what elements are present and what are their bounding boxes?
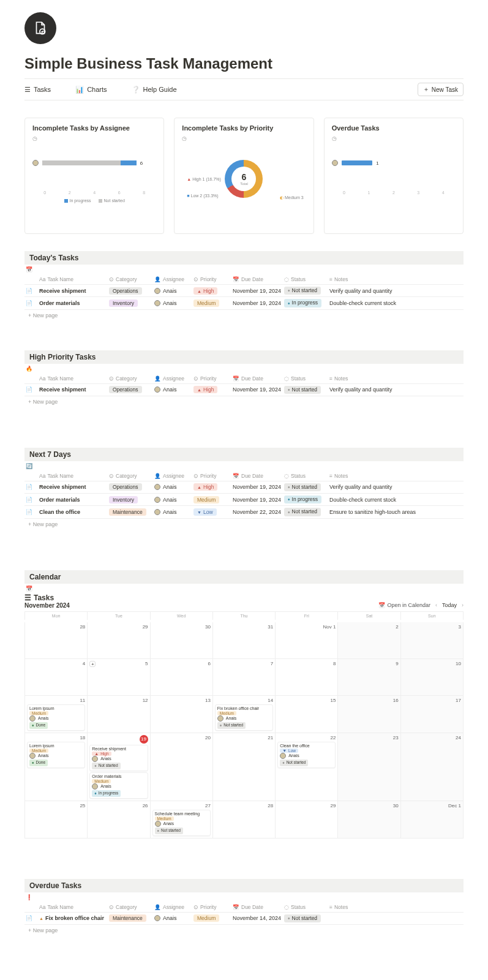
calendar-cell[interactable]: 30 bbox=[151, 622, 213, 659]
calendar-cell[interactable]: 29 bbox=[88, 622, 150, 659]
calendar-cell[interactable]: 19Receive shipmentHighAnaisNot startedOr… bbox=[88, 733, 150, 801]
calendar-cell[interactable]: 22Clean the officeLowAnaisNot started bbox=[276, 733, 338, 801]
chart-icon: 📊 bbox=[75, 86, 84, 94]
calendar-daynum: 3 bbox=[403, 624, 461, 630]
nav-tasks-label: Tasks bbox=[34, 86, 51, 93]
calendar-cell[interactable]: 23 bbox=[338, 733, 400, 801]
calendar-daynum: 2 bbox=[340, 624, 398, 630]
calendar-daynum: 16 bbox=[340, 698, 398, 703]
calendar-cell[interactable]: 26 bbox=[88, 801, 150, 839]
calendar-event[interactable]: Fix broken office chairMediumAnaisNot st… bbox=[215, 704, 273, 731]
calendar-cell[interactable]: 14Fix broken office chairMediumAnaisNot … bbox=[213, 696, 276, 733]
event-priority: Medium bbox=[29, 711, 48, 715]
select-icon: ⊙ bbox=[109, 276, 114, 282]
cell-name: Clean the office bbox=[39, 509, 107, 515]
list-icon: ☰ bbox=[24, 86, 31, 94]
cell-due: November 19, 2024 bbox=[233, 484, 282, 490]
calendar-daynum: 17 bbox=[403, 698, 461, 703]
cell-name: Receive shipment bbox=[39, 386, 107, 393]
cell-status: Not started bbox=[284, 508, 327, 516]
calendar-cell[interactable]: 13 bbox=[151, 696, 213, 733]
clock-icon: ◷ bbox=[32, 135, 156, 141]
event-status: In progress bbox=[92, 790, 121, 797]
calendar-cell[interactable]: 20 bbox=[151, 733, 213, 801]
event-assignee: Anais bbox=[29, 753, 83, 759]
event-priority: Medium bbox=[92, 779, 111, 783]
calendar-cell[interactable]: 17 bbox=[401, 696, 464, 733]
list-icon: ☰ bbox=[24, 594, 31, 602]
calendar-cell[interactable]: 29 bbox=[276, 801, 338, 839]
calendar-cell[interactable]: 4 bbox=[25, 659, 88, 696]
calendar-event[interactable]: Order materialsMediumAnaisIn progress bbox=[89, 772, 148, 799]
calendar-dow: Sat bbox=[338, 612, 400, 620]
calendar-cell[interactable]: 7 bbox=[213, 659, 276, 696]
calendar-event[interactable]: Lorem ipsumMediumAnaisDone bbox=[27, 704, 85, 731]
cell-assignee: Anais bbox=[154, 484, 191, 490]
table-row[interactable]: 📄Fix broken office chairMaintenanceAnais… bbox=[24, 913, 464, 925]
table-row[interactable]: 📄Receive shipmentOperationsAnaisHighNove… bbox=[24, 384, 464, 396]
nav-help[interactable]: ❔ Help Guide bbox=[132, 86, 177, 94]
new-page-button[interactable]: + New page bbox=[24, 519, 464, 530]
calendar-cell[interactable]: 10 bbox=[401, 659, 464, 696]
calendar-event[interactable]: Clean the officeLowAnaisNot started bbox=[277, 742, 336, 768]
calendar-cell[interactable]: 12 bbox=[88, 696, 150, 733]
table-row[interactable]: 📄Receive shipmentOperationsAnaisHighNove… bbox=[24, 481, 464, 494]
event-assignee: Anais bbox=[29, 715, 83, 722]
calendar-daynum: 21 bbox=[215, 735, 273, 741]
calendar-cell[interactable]: Nov 1 bbox=[276, 622, 338, 659]
cell-name: Fix broken office chair bbox=[39, 915, 107, 921]
calendar-cell[interactable]: 8 bbox=[276, 659, 338, 696]
calendar-cell[interactable]: 27Schedule team meetingMediumAnaisNot st… bbox=[151, 801, 213, 839]
event-title: Order materials bbox=[92, 774, 145, 778]
calendar-cell[interactable]: 24 bbox=[401, 733, 464, 801]
cell-notes: Verify quality and quantity bbox=[329, 288, 452, 294]
cell-assignee: Anais bbox=[154, 288, 191, 294]
add-event-button[interactable]: + bbox=[89, 661, 96, 667]
calendar-cell[interactable]: 3 bbox=[401, 622, 464, 659]
event-priority: Low bbox=[280, 748, 298, 753]
table-row[interactable]: 📄Order materialsInventoryAnaisMediumNove… bbox=[24, 297, 464, 309]
calendar-event[interactable]: Lorem ipsumMediumAnaisDone bbox=[27, 742, 85, 768]
calendar-cell[interactable]: +5 bbox=[88, 659, 150, 696]
new-page-button[interactable]: + New page bbox=[24, 925, 464, 936]
new-page-button[interactable]: + New page bbox=[24, 396, 464, 407]
event-title: Receive shipment bbox=[92, 747, 145, 751]
cell-name: Order materials bbox=[39, 300, 107, 306]
new-page-button[interactable]: + New page bbox=[24, 310, 464, 321]
bar-value: 1 bbox=[376, 160, 378, 166]
table-row[interactable]: 📄Order materialsInventoryAnaisMediumNove… bbox=[24, 494, 464, 506]
calendar-daynum: 22 bbox=[277, 735, 336, 741]
calendar-cell[interactable]: 18Lorem ipsumMediumAnaisDone bbox=[25, 733, 88, 801]
calendar-cell[interactable]: 9 bbox=[338, 659, 400, 696]
calendar-cell[interactable]: Dec 1 bbox=[401, 801, 464, 839]
calendar-cell[interactable]: 21 bbox=[213, 733, 276, 801]
calendar-cell[interactable]: 2 bbox=[338, 622, 400, 659]
calendar-daynum: 5 bbox=[89, 661, 148, 666]
today-button[interactable]: Today bbox=[442, 602, 457, 608]
text-icon: ≡ bbox=[329, 276, 332, 282]
calendar-cell[interactable]: 31 bbox=[213, 622, 276, 659]
calendar-event[interactable]: Schedule team meetingMediumAnaisNot star… bbox=[152, 810, 211, 836]
calendar-cell[interactable]: 30 bbox=[338, 801, 400, 839]
calendar-cell[interactable]: 28 bbox=[25, 622, 88, 659]
calendar-cell[interactable]: 11Lorem ipsumMediumAnaisDone bbox=[25, 696, 88, 733]
prev-button[interactable]: ‹ bbox=[435, 602, 437, 608]
nav-charts[interactable]: 📊 Charts bbox=[75, 86, 107, 94]
calendar-cell[interactable]: 25 bbox=[25, 801, 88, 839]
calendar-cell[interactable]: 28 bbox=[213, 801, 276, 839]
next-button[interactable]: › bbox=[462, 602, 464, 608]
table-overdue: AaTask Name ⊙Category 👤Assignee ⊙Priorit… bbox=[24, 902, 464, 936]
calendar-dow: Fri bbox=[276, 612, 338, 620]
table-row[interactable]: 📄Clean the officeMaintenanceAnaisLowNove… bbox=[24, 506, 464, 518]
legend-inprogress: In progress bbox=[64, 198, 91, 203]
calendar-cell[interactable]: 16 bbox=[338, 696, 400, 733]
calendar-event[interactable]: Receive shipmentHighAnaisNot started bbox=[89, 745, 148, 771]
cell-name: Receive shipment bbox=[39, 288, 107, 294]
calendar-cell[interactable]: 15 bbox=[276, 696, 338, 733]
cell-notes: Verify quality and quantity bbox=[329, 386, 452, 393]
nav-tasks[interactable]: ☰ Tasks bbox=[24, 86, 51, 94]
new-task-button[interactable]: ＋ New Task bbox=[418, 83, 464, 96]
table-row[interactable]: 📄Receive shipmentOperationsAnaisHighNove… bbox=[24, 285, 464, 297]
calendar-cell[interactable]: 6 bbox=[151, 659, 213, 696]
open-in-calendar-button[interactable]: 📅 Open in Calendar bbox=[378, 602, 430, 608]
